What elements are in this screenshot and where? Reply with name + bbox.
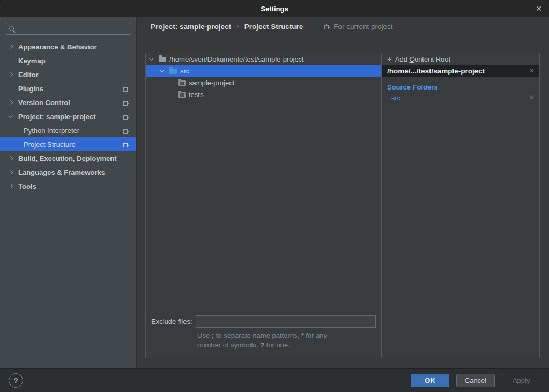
chevron-right-icon xyxy=(9,45,13,49)
sidebar-item-label: Project Structure xyxy=(24,140,76,149)
breadcrumb: Project: sample-project › Project Struct… xyxy=(151,22,393,31)
exclude-files-input[interactable] xyxy=(196,315,376,328)
ok-button[interactable]: OK xyxy=(411,374,449,387)
directory-tree-pane: /home/sven/Dokumente/test/sample-project… xyxy=(146,53,382,358)
tree-row-tests[interactable]: tests xyxy=(146,88,381,100)
breadcrumb-project[interactable]: Project: sample-project xyxy=(151,23,231,31)
source-folder-name: src xyxy=(391,94,400,102)
chevron-right-icon xyxy=(9,156,13,160)
sidebar-item-keymap[interactable]: Keymap xyxy=(0,54,136,68)
sidebar-item-label: Python Interpreter xyxy=(24,127,79,135)
exclude-files-label: Exclude files: xyxy=(151,317,192,326)
context-note-label: For current project xyxy=(333,23,392,31)
source-folder-row[interactable]: src ✕ xyxy=(382,92,539,103)
sidebar-item-label: Keymap xyxy=(18,57,46,65)
chevron-right-icon xyxy=(9,170,13,174)
current-project-icon xyxy=(123,142,129,147)
plus-icon: + xyxy=(387,54,392,63)
sidebar-item-editor[interactable]: Editor xyxy=(0,68,136,82)
tree-row-label: sample-project xyxy=(189,79,234,87)
exclude-files-help: Use ; to separate name patterns, * for a… xyxy=(197,331,376,350)
content-root-path: /home/.../test/sample-project xyxy=(387,67,485,75)
help-button[interactable]: ? xyxy=(9,373,23,388)
add-content-root-button[interactable]: + Add Content Root xyxy=(382,53,539,65)
current-project-icon xyxy=(324,24,330,29)
chevron-right-icon xyxy=(9,100,13,105)
sidebar-item-project-structure[interactable]: Project Structure xyxy=(0,137,136,151)
sidebar-item-label: Build, Execution, Deployment xyxy=(18,154,116,162)
close-icon[interactable]: ✕ xyxy=(536,0,542,17)
search-input[interactable] xyxy=(17,25,127,33)
cancel-button[interactable]: Cancel xyxy=(456,374,495,387)
title-bar: Settings ✕ xyxy=(0,0,549,17)
apply-button[interactable]: Apply xyxy=(502,374,540,387)
add-content-root-label: Add Content Root xyxy=(395,55,450,63)
content-root-row[interactable]: /home/.../test/sample-project ✕ xyxy=(382,65,539,77)
tree-row-content-root[interactable]: /home/sven/Dokumente/test/sample-project xyxy=(146,53,381,65)
sidebar-item-label: Languages & Frameworks xyxy=(18,168,105,176)
tree-row-sample-project[interactable]: sample-project xyxy=(146,77,381,88)
chevron-down-icon[interactable] xyxy=(149,56,153,61)
search-box[interactable] xyxy=(5,23,131,35)
source-folders-title: Source Folders xyxy=(387,82,539,92)
sidebar-item-label: Editor xyxy=(18,71,39,79)
remove-content-root-icon[interactable]: ✕ xyxy=(529,67,535,75)
sidebar-item-label: Plugins xyxy=(18,85,43,93)
context-note: For current project xyxy=(324,23,392,31)
sidebar-item-plugins[interactable]: Plugins xyxy=(0,82,136,95)
tree-row-label: src xyxy=(180,67,189,75)
settings-dialog: Settings ✕ Appearance & Behavior Keymap xyxy=(0,0,549,392)
sidebar-item-build-execution-deployment[interactable]: Build, Execution, Deployment xyxy=(0,151,136,165)
search-icon xyxy=(9,26,14,31)
tree-row-label: /home/sven/Dokumente/test/sample-project xyxy=(169,55,304,63)
current-project-icon xyxy=(123,100,129,106)
settings-sidebar: Appearance & Behavior Keymap Editor Plug… xyxy=(0,17,137,368)
sidebar-item-appearance-behavior[interactable]: Appearance & Behavior xyxy=(0,40,136,54)
tree-row-src[interactable]: src xyxy=(146,65,381,77)
sidebar-item-version-control[interactable]: Version Control xyxy=(0,95,136,109)
tree-row-label: tests xyxy=(189,91,203,99)
content-roots-pane: + Add Content Root /home/.../test/sample… xyxy=(382,53,539,358)
chevron-right-icon xyxy=(9,184,13,188)
chevron-down-icon[interactable] xyxy=(160,68,164,72)
dialog-footer: ? OK Cancel Apply xyxy=(0,368,549,392)
remove-source-folder-icon[interactable]: ✕ xyxy=(529,94,535,101)
sidebar-item-python-interpreter[interactable]: Python Interpreter xyxy=(0,123,136,137)
sidebar-item-label: Project: sample-project xyxy=(18,113,96,121)
folder-icon xyxy=(178,80,186,86)
chevron-down-icon xyxy=(9,114,13,118)
window-title: Settings xyxy=(261,5,288,13)
breadcrumb-separator: › xyxy=(236,22,239,31)
chevron-right-icon xyxy=(9,72,13,77)
current-project-icon xyxy=(123,114,129,120)
sidebar-item-project-sample-project[interactable]: Project: sample-project xyxy=(0,109,136,123)
sidebar-nav: Appearance & Behavior Keymap Editor Plug… xyxy=(0,40,136,193)
current-project-icon xyxy=(123,86,129,92)
settings-content: Project: sample-project › Project Struct… xyxy=(137,17,549,368)
sidebar-item-tools[interactable]: Tools xyxy=(0,179,136,193)
source-folder-icon xyxy=(169,69,177,74)
sidebar-item-languages-frameworks[interactable]: Languages & Frameworks xyxy=(0,165,136,179)
sidebar-item-label: Appearance & Behavior xyxy=(18,43,97,51)
sidebar-item-label: Tools xyxy=(18,182,36,190)
sidebar-item-label: Version Control xyxy=(18,99,70,107)
folder-icon xyxy=(178,92,186,98)
exclude-files-section: Exclude files: Use ; to separate name pa… xyxy=(146,315,381,358)
folder-icon xyxy=(159,57,166,62)
breadcrumb-page: Project Structure xyxy=(244,23,303,31)
current-project-icon xyxy=(123,128,129,134)
dotted-leader xyxy=(402,100,526,100)
project-structure-panel: /home/sven/Dokumente/test/sample-project… xyxy=(145,53,540,358)
